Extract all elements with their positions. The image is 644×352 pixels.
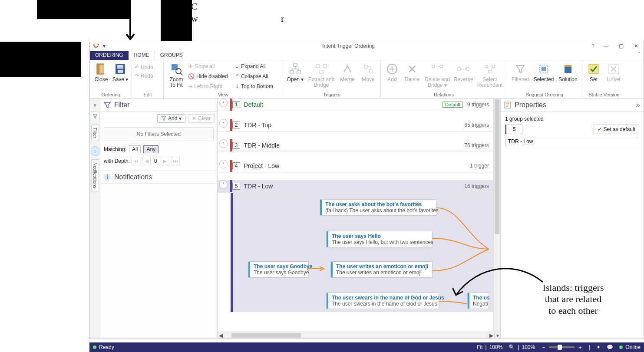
matching-all[interactable]: All [129, 145, 141, 153]
clear-filter-button[interactable]: ✕ Clear [188, 114, 215, 123]
online-dot-icon [619, 345, 623, 349]
trigger-node[interactable]: The user writes an emoticon or emojiThe … [330, 261, 433, 278]
show-all-button[interactable]: 👁Show all [188, 62, 233, 71]
open-trigger-button[interactable]: Open ▾ [286, 61, 305, 82]
target-icon[interactable]: ✦ [596, 344, 601, 350]
zoom-out-icon[interactable]: 🔍 [509, 344, 515, 350]
matching-any[interactable]: Any [143, 145, 159, 153]
chevron-down-icon[interactable]: ˅ [219, 160, 228, 168]
group-number-field[interactable]: 5 [505, 125, 522, 134]
hierarchy-icon [288, 62, 302, 76]
default-badge: Default [443, 102, 463, 108]
trigger-node[interactable]: The user swears in the name of God or Je… [326, 293, 439, 309]
depth-next[interactable]: ▶ [161, 157, 169, 165]
group-row[interactable]: ˅1DefaultDefault9 triggers [218, 99, 500, 111]
rail-filter-tab[interactable]: Filter [91, 125, 99, 141]
zoom-to-fit-button[interactable]: Zoom To Fit [166, 61, 186, 88]
svg-rect-9 [294, 64, 297, 66]
group-label-stable: Stable Version [585, 91, 623, 98]
rail-filter-icon[interactable] [91, 112, 99, 121]
reverse-icon [456, 62, 470, 76]
trigger-count: 1 trigger [470, 163, 489, 169]
collapse-all-button[interactable]: ⌃Collapse All [235, 72, 280, 81]
svg-rect-5 [118, 70, 123, 73]
add-filter-button[interactable]: Add ▾ [157, 114, 185, 123]
svg-rect-28 [565, 65, 571, 67]
status-dot-icon [93, 345, 96, 349]
filtered-button[interactable]: Filtered [510, 61, 531, 82]
rail-notifications-tab[interactable]: Notifications [91, 159, 99, 191]
properties-expand[interactable]: » [636, 101, 640, 109]
group-row[interactable]: ˅4Project - Low1 trigger [218, 160, 500, 172]
trigger-count: 16 triggers [464, 183, 489, 189]
ribbon-collapse-button[interactable]: ˆ [635, 51, 644, 60]
rail-collapse[interactable]: « [91, 100, 99, 110]
group-label-ordering: Ordering [92, 91, 129, 98]
redo-button[interactable]: ↷Redo [135, 72, 161, 80]
extract-bridge-button[interactable]: Extract and Bridge [307, 61, 336, 88]
horizontal-scrollbar[interactable]: ◀▶▾ [218, 332, 500, 339]
merge-icon [340, 62, 354, 76]
node-accent-bar [468, 293, 469, 309]
trigger-node[interactable]: The user asks about the bot's favorites(… [320, 199, 437, 216]
depth-prev[interactable]: ◀ [142, 157, 151, 165]
minimize-button[interactable]: — [603, 43, 608, 49]
status-bar: Ready Fit | 100% 🔍 | 100% －＋ | ✦ 💬 Onlin… [89, 342, 644, 352]
trigger-node[interactable]: The user says GoodbyeThe user says Goodb… [248, 261, 309, 278]
close-window-button[interactable]: ✕ [634, 43, 638, 49]
node-title: The user says Hello [332, 233, 429, 239]
tab-ordering[interactable]: ORDERING [90, 51, 129, 60]
reverse-button[interactable]: Reverse [453, 61, 474, 82]
svg-rect-24 [489, 70, 491, 73]
vertical-scrollbar[interactable] [493, 99, 500, 332]
selected-button[interactable]: Selected [532, 61, 555, 82]
hide-disabled-button[interactable]: 🚫Hide disabled [188, 72, 233, 81]
rail-info-icon[interactable]: i [91, 146, 99, 156]
merge-button[interactable]: Merge [338, 61, 357, 82]
trigger-node[interactable]: The usNegati [467, 293, 489, 309]
select-redundant-button[interactable]: Select Redundant [476, 61, 504, 88]
annotation-fragment: C [191, 1, 198, 12]
undo-button[interactable]: ↶Undo [135, 63, 161, 72]
eye-off-icon: 🚫 [188, 73, 195, 79]
islands-area[interactable]: The user asks about the bot's favorites(… [231, 193, 493, 312]
chevron-down-icon[interactable]: ˅ [219, 119, 228, 128]
chevron-down-icon[interactable]: ˅ [219, 99, 228, 107]
add-relation-button[interactable]: Add [383, 61, 401, 82]
tab-groups[interactable]: GROUPS [155, 51, 188, 60]
set-default-button[interactable]: ✔ Set as default [594, 125, 639, 134]
left-to-right-button[interactable]: ⇥Left to Right [188, 82, 233, 91]
tab-home[interactable]: HOME [129, 51, 155, 60]
plus-circle-icon [385, 62, 399, 76]
solution-button[interactable]: Solution [557, 61, 579, 82]
delete-bridge-button[interactable]: Delete and Bridge ▾ [423, 61, 451, 88]
save-button[interactable]: Save ▾ [112, 61, 129, 82]
trigger-node[interactable]: The user says HelloThe user says Hello, … [326, 231, 433, 247]
depth-last[interactable]: ⏭ [171, 157, 180, 165]
node-accent-bar [320, 200, 322, 215]
unset-stable-button[interactable]: Unset [604, 61, 623, 82]
group-name-field[interactable] [505, 137, 639, 146]
info-icon: i [104, 174, 111, 181]
group-label-triggers: Triggers [286, 91, 378, 98]
chevron-up-icon[interactable]: ˄ [219, 180, 228, 189]
zoom-slider[interactable] [549, 346, 575, 348]
top-to-bottom-button[interactable]: ⤓Top to Bottom [235, 82, 280, 91]
expand-all-button[interactable]: ⌄Expand All [235, 62, 280, 71]
chevron-down-icon[interactable]: ˅ [219, 139, 228, 148]
status-fit[interactable]: Fit [477, 344, 482, 350]
notifications-title: Notifications [114, 173, 152, 181]
chat-icon[interactable]: 💬 [607, 344, 613, 350]
group-row[interactable]: ˄5TDR - Low16 triggers [218, 180, 500, 193]
group-row[interactable]: ˅2TDR - Top65 triggers [218, 119, 500, 132]
maximize-button[interactable]: ▢ [619, 43, 624, 49]
group-label-edit: Edit [135, 91, 161, 98]
move-button[interactable]: Move [359, 61, 378, 82]
close-button[interactable]: Close [92, 61, 110, 82]
set-stable-button[interactable]: Set [585, 61, 602, 82]
group-label-relations: Relations [383, 91, 504, 98]
delete-relation-button[interactable]: Delete [403, 61, 422, 82]
help-button[interactable]: ? [591, 43, 594, 49]
group-row[interactable]: ˅3TDR - Middle76 triggers [218, 139, 500, 152]
depth-first[interactable]: ⏮ [132, 157, 140, 165]
